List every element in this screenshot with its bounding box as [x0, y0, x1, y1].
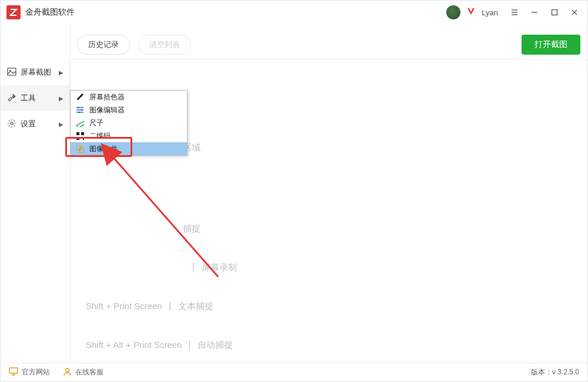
- shortcut-line: 区域: [183, 141, 237, 154]
- titlebar-right: Lyan: [446, 5, 582, 19]
- close-button[interactable]: [567, 5, 582, 19]
- vip-diamond-icon[interactable]: [466, 7, 476, 18]
- shortcut-line: 捕捉: [183, 222, 237, 235]
- flyout-item-color-picker[interactable]: 屏幕拾色器: [71, 91, 187, 103]
- version-text: 版本：v 3.2.5.0: [531, 367, 579, 377]
- svg-rect-12: [83, 139, 84, 140]
- gear-icon: [6, 119, 17, 130]
- flyout-item-image-editor[interactable]: 图像编辑器: [71, 103, 187, 116]
- shortcut-line: Shift + Alt + Print Screen丨自动捕捉: [86, 339, 237, 351]
- tools-flyout: 屏幕拾色器 图像编辑器 尺子 二维码 图像合并: [70, 90, 188, 156]
- avatar[interactable]: [446, 5, 460, 19]
- official-site-label: 官方网站: [22, 367, 50, 377]
- wrench-icon: [6, 93, 17, 104]
- svg-rect-11: [81, 137, 82, 138]
- menu-button[interactable]: [507, 5, 522, 19]
- chevron-right-icon: ▶: [59, 95, 64, 102]
- flyout-item-ruler[interactable]: 尺子: [71, 116, 187, 129]
- svg-rect-10: [76, 137, 79, 140]
- maximize-button[interactable]: [547, 5, 562, 19]
- svg-point-5: [81, 109, 83, 111]
- ruler-icon: [75, 118, 85, 128]
- footer: 官方网站 在线客服 版本：v 3.2.5.0: [1, 363, 587, 381]
- svg-rect-14: [79, 148, 84, 153]
- chevron-right-icon: ▶: [59, 69, 64, 76]
- flyout-item-label: 屏幕拾色器: [89, 92, 125, 102]
- online-service-link[interactable]: 在线客服: [63, 367, 103, 378]
- sidebar-item-label: 工具: [21, 93, 36, 103]
- svg-rect-13: [76, 145, 81, 150]
- clear-list-button[interactable]: 清空列表: [138, 35, 191, 55]
- flyout-item-label: 图像编辑器: [89, 105, 125, 115]
- headset-icon: [63, 367, 72, 378]
- flyout-item-label: 图像合并: [89, 144, 118, 154]
- flyout-item-qrcode[interactable]: 二维码: [71, 129, 187, 142]
- history-button[interactable]: 历史记录: [77, 35, 130, 55]
- shortcut-line: Ctrl + Shift + Print Screen丨屏幕录制: [86, 261, 237, 274]
- svg-point-3: [11, 122, 13, 124]
- svg-rect-7: [76, 121, 84, 127]
- monitor-icon: [9, 367, 18, 377]
- chevron-right-icon: ▶: [59, 121, 64, 128]
- image-icon: [6, 68, 17, 78]
- svg-rect-8: [76, 132, 79, 135]
- sliders-icon: [75, 105, 85, 115]
- flyout-item-label: 二维码: [89, 131, 111, 141]
- app-window: 金舟截图软件 Lyan 历史记录 清空列表 打开截图: [0, 0, 588, 382]
- svg-rect-0: [552, 10, 557, 15]
- sidebar-item-screenshot[interactable]: 屏幕截图 ▶: [1, 59, 69, 85]
- horizontal-divider: [70, 59, 587, 60]
- toolbar: 历史记录 清空列表 打开截图: [77, 33, 580, 56]
- flyout-item-image-merge[interactable]: 图像合并: [71, 142, 187, 155]
- svg-point-17: [66, 368, 69, 372]
- sidebar-item-settings[interactable]: 设置 ▶: [1, 111, 69, 137]
- sidebar-item-tools[interactable]: 工具 ▶: [1, 85, 69, 111]
- username-label[interactable]: Lyan: [482, 8, 498, 17]
- title-bar: 金舟截图软件 Lyan: [1, 1, 587, 24]
- sidebar-item-label: 屏幕截图: [21, 67, 51, 78]
- svg-point-6: [79, 112, 81, 113]
- minimize-button[interactable]: [527, 5, 542, 19]
- svg-rect-16: [9, 368, 18, 373]
- app-title: 金舟截图软件: [25, 7, 75, 18]
- eyedropper-icon: [75, 92, 85, 102]
- shortcut-line: Shift + Print Screen丨文本捕捉: [86, 300, 237, 313]
- official-site-link[interactable]: 官方网站: [9, 367, 50, 377]
- sidebar: 屏幕截图 ▶ 工具 ▶ 设置 ▶: [1, 59, 70, 137]
- svg-point-4: [78, 107, 79, 109]
- qrcode-icon: [75, 131, 85, 140]
- svg-rect-9: [81, 132, 84, 135]
- flyout-item-label: 尺子: [89, 118, 103, 128]
- online-service-label: 在线客服: [75, 367, 103, 377]
- merge-icon: [75, 144, 85, 153]
- open-capture-button[interactable]: 打开截图: [522, 35, 580, 55]
- vertical-divider: [70, 24, 71, 363]
- app-logo-icon: [6, 5, 21, 19]
- sidebar-item-label: 设置: [21, 119, 36, 129]
